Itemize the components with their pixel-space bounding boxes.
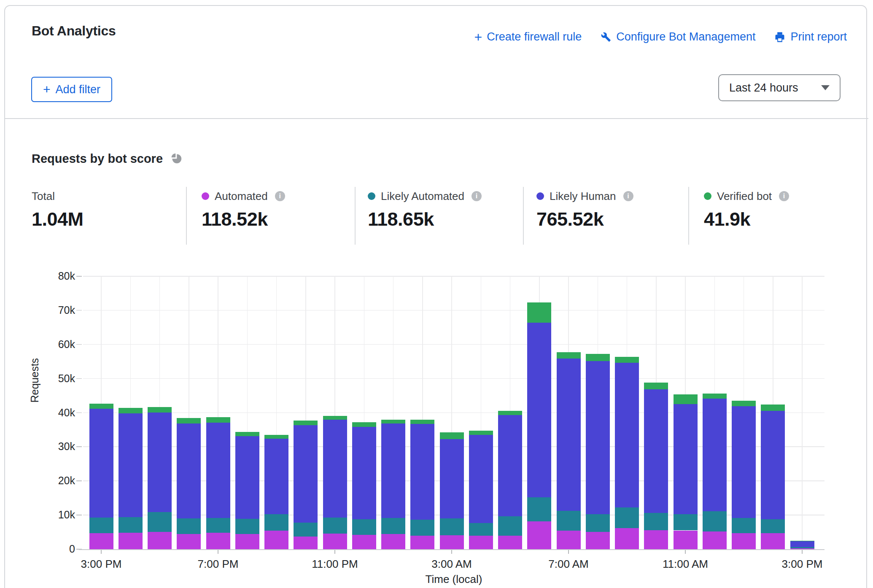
bar[interactable] — [264, 435, 288, 549]
bar[interactable] — [235, 432, 259, 549]
bar-segment-likely-automated — [644, 513, 668, 530]
bar-segment-likely-human — [732, 406, 756, 518]
configure-bot-management-link[interactable]: Configure Bot Management — [600, 30, 755, 43]
create-firewall-rule-link[interactable]: + Create firewall rule — [474, 30, 582, 43]
time-range-select[interactable]: Last 24 hours — [718, 74, 841, 101]
bar-segment-verified-bot — [498, 411, 522, 415]
bar-segment-likely-human — [235, 436, 259, 519]
bar-segment-verified-bot — [440, 432, 464, 439]
bar[interactable] — [586, 354, 610, 549]
bar-segment-likely-automated — [206, 518, 230, 533]
stat-likely-human-value: 765.52k — [536, 208, 633, 230]
y-axis-title: Requests — [29, 386, 41, 403]
bar-segment-likely-automated — [235, 519, 259, 534]
bar-segment-verified-bot — [586, 354, 610, 361]
bar[interactable] — [674, 394, 698, 549]
stat-total: Total 1.04M — [32, 189, 84, 230]
bar-segment-automated — [264, 531, 288, 549]
bar-segment-likely-automated — [586, 514, 610, 532]
bar-segment-likely-automated — [89, 518, 113, 533]
bar-segment-likely-human — [644, 389, 668, 513]
bar-segment-likely-human — [615, 363, 639, 507]
info-icon[interactable]: i — [623, 191, 633, 201]
bar-segment-verified-bot — [206, 417, 230, 423]
bar-segment-automated — [352, 535, 376, 549]
bar-segment-verified-bot — [119, 408, 143, 413]
bar[interactable] — [410, 420, 434, 549]
bar-segment-likely-human — [703, 399, 727, 511]
bar-segment-automated — [644, 530, 668, 549]
add-filter-button[interactable]: + Add filter — [31, 77, 112, 102]
automated-dot — [202, 192, 209, 200]
pie-chart-icon — [170, 152, 182, 166]
bar-segment-likely-automated — [498, 516, 522, 535]
bar-segment-automated — [527, 521, 551, 549]
bar-segment-likely-automated — [469, 523, 493, 536]
bar[interactable] — [352, 422, 376, 549]
bar-segment-likely-automated — [557, 511, 581, 531]
stat-likely-automated-value: 118.65k — [368, 208, 482, 230]
bar-segment-likely-human — [294, 425, 318, 523]
bar-segment-verified-bot — [615, 357, 639, 363]
bar[interactable] — [148, 407, 172, 549]
bar-segment-likely-human — [206, 423, 230, 518]
bar[interactable] — [644, 383, 668, 549]
bar-segment-automated — [410, 536, 434, 549]
info-icon[interactable]: i — [779, 191, 789, 201]
bar-segment-verified-bot — [790, 541, 814, 542]
bar-segment-likely-human — [119, 413, 143, 517]
bar-segment-verified-bot — [352, 422, 376, 427]
bar-segment-likely-automated — [323, 518, 347, 534]
bar[interactable] — [498, 411, 522, 549]
stat-divider — [688, 187, 689, 245]
bar[interactable] — [381, 420, 405, 549]
bar-segment-likely-human — [761, 411, 785, 519]
bar-segment-verified-bot — [761, 405, 785, 411]
bar-segment-verified-bot — [89, 404, 113, 408]
bar-segment-automated — [557, 531, 581, 549]
bar[interactable] — [527, 302, 551, 549]
bar-segment-likely-automated — [703, 511, 727, 531]
bar[interactable] — [703, 394, 727, 549]
stat-automated-label: Automated — [215, 190, 268, 203]
bar-segment-likely-human — [352, 427, 376, 519]
bar-segment-likely-automated — [119, 517, 143, 533]
bar[interactable] — [732, 401, 756, 549]
bar[interactable] — [615, 357, 639, 549]
header-divider — [5, 118, 868, 119]
bar-segment-likely-human — [323, 420, 347, 518]
bar-segment-verified-bot — [148, 407, 172, 413]
bar[interactable] — [294, 421, 318, 549]
bar[interactable] — [206, 417, 230, 549]
bar-segment-verified-bot — [469, 431, 493, 435]
bar[interactable] — [323, 416, 347, 549]
bar-segment-likely-human — [381, 423, 405, 518]
bar-segment-likely-human — [469, 435, 493, 523]
bar[interactable] — [469, 431, 493, 549]
bar-segment-automated — [761, 533, 785, 549]
bar-segment-likely-automated — [615, 507, 639, 528]
bar[interactable] — [440, 432, 464, 549]
bar[interactable] — [761, 405, 785, 549]
bar-segment-automated — [119, 533, 143, 549]
bar-segment-verified-bot — [703, 394, 727, 399]
bar-segment-automated — [323, 534, 347, 549]
bar-segment-likely-automated — [264, 514, 288, 531]
print-report-link[interactable]: Print report — [774, 30, 847, 43]
print-report-label: Print report — [790, 30, 847, 43]
bar[interactable] — [557, 352, 581, 549]
bar[interactable] — [89, 404, 113, 549]
bar-segment-likely-human — [557, 359, 581, 511]
likely-automated-dot — [368, 192, 375, 200]
bar-segment-likely-human — [586, 361, 610, 514]
bar[interactable] — [790, 541, 814, 549]
bar[interactable] — [119, 408, 143, 549]
info-icon[interactable]: i — [275, 191, 285, 201]
bar-segment-verified-bot — [410, 420, 434, 424]
bar-segment-likely-human — [177, 423, 201, 518]
bar[interactable] — [177, 418, 201, 549]
stat-automated-value: 118.52k — [202, 208, 285, 230]
info-icon[interactable]: i — [472, 191, 482, 201]
bar-segment-likely-automated — [790, 547, 814, 548]
section-title: Requests by bot score — [32, 152, 163, 166]
